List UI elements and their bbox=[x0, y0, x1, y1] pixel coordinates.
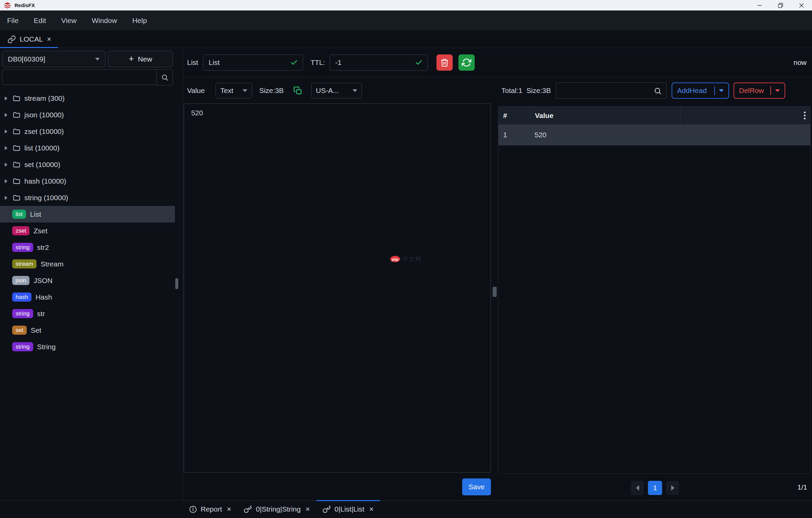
key-item-zset[interactable]: zset Zset bbox=[0, 222, 175, 239]
current-page-button[interactable]: 1 bbox=[648, 481, 662, 495]
column-header-index[interactable]: # bbox=[498, 107, 530, 124]
search-icon[interactable] bbox=[654, 87, 662, 97]
watermark: php 中文网 bbox=[390, 255, 422, 263]
column-header-value[interactable]: Value bbox=[530, 107, 680, 124]
caret-right-icon[interactable] bbox=[5, 146, 7, 150]
prev-page-button[interactable] bbox=[631, 481, 644, 495]
php-logo: php bbox=[390, 256, 400, 262]
key-name: Stream bbox=[41, 260, 64, 268]
minimize-button[interactable] bbox=[749, 0, 770, 10]
type-badge: json bbox=[12, 276, 29, 285]
tree-folder-string[interactable]: string (10000) bbox=[0, 189, 175, 206]
row-search-input[interactable] bbox=[556, 87, 666, 95]
key-item-hash[interactable]: hash Hash bbox=[0, 289, 175, 305]
info-icon bbox=[189, 505, 197, 513]
refresh-key-button[interactable] bbox=[458, 54, 475, 71]
key-name-input[interactable] bbox=[208, 58, 290, 67]
close-button[interactable] bbox=[791, 0, 812, 10]
format-select-value: Text bbox=[220, 87, 233, 95]
value-editor[interactable]: 520 bbox=[184, 103, 491, 473]
caret-right-icon[interactable] bbox=[5, 163, 7, 167]
key-item-stream[interactable]: stream Stream bbox=[0, 256, 175, 272]
key-name: str2 bbox=[37, 243, 49, 252]
app-title: RedisFX bbox=[15, 2, 35, 8]
tree-folder-zset[interactable]: zset (10000) bbox=[0, 123, 175, 140]
restore-button[interactable] bbox=[770, 0, 791, 10]
add-head-button[interactable]: AddHead bbox=[672, 83, 729, 99]
save-button-label: Save bbox=[469, 483, 485, 491]
menu-file[interactable]: File bbox=[7, 17, 19, 25]
tab-report[interactable]: Report ✕ bbox=[183, 500, 238, 518]
chevron-down-icon[interactable] bbox=[775, 89, 780, 92]
folder-icon bbox=[12, 161, 21, 169]
key-search-button[interactable] bbox=[156, 69, 173, 86]
chevron-right-icon bbox=[671, 485, 674, 491]
tree-folder-json[interactable]: json (10000) bbox=[0, 107, 175, 123]
caret-right-icon[interactable] bbox=[5, 96, 7, 100]
tree-folder-hash[interactable]: hash (10000) bbox=[0, 173, 175, 189]
key-item-json[interactable]: json JSON bbox=[0, 272, 175, 289]
sidebar-scrollbar[interactable] bbox=[175, 48, 179, 500]
column-options-icon[interactable] bbox=[804, 112, 806, 119]
menu-window[interactable]: Window bbox=[92, 17, 117, 25]
key-item-str2[interactable]: string str2 bbox=[0, 239, 175, 256]
chevron-down-icon bbox=[95, 58, 100, 61]
chevron-down-icon[interactable] bbox=[719, 89, 724, 92]
tree-folder-list[interactable]: list (10000) bbox=[0, 140, 175, 156]
next-page-button[interactable] bbox=[666, 481, 679, 495]
editor-scrollbar-thumb[interactable] bbox=[493, 287, 497, 297]
new-button-label: New bbox=[138, 55, 152, 63]
table-row[interactable]: 1 520 bbox=[498, 124, 810, 145]
link-icon bbox=[7, 35, 16, 44]
tab-list-label: 0|List|List bbox=[335, 505, 364, 513]
menu-view[interactable]: View bbox=[61, 17, 76, 25]
caret-right-icon[interactable] bbox=[5, 130, 7, 134]
new-connection-button[interactable]: + New bbox=[108, 51, 173, 67]
key-search-input[interactable] bbox=[2, 73, 162, 81]
type-badge: stream bbox=[12, 259, 37, 269]
ttl-input[interactable] bbox=[335, 58, 415, 67]
caret-right-icon[interactable] bbox=[5, 179, 7, 183]
chevron-down-icon bbox=[353, 89, 357, 92]
format-select[interactable]: Text bbox=[216, 83, 252, 98]
key-item-set[interactable]: set Set bbox=[0, 322, 175, 338]
type-badge: zset bbox=[12, 226, 29, 236]
tab-list-list[interactable]: 0|List|List ✕ bbox=[316, 500, 380, 518]
delete-key-button[interactable] bbox=[436, 54, 453, 71]
tab-local[interactable]: LOCAL ✕ bbox=[0, 30, 58, 48]
menu-edit[interactable]: Edit bbox=[34, 17, 46, 25]
copy-icon[interactable] bbox=[293, 86, 302, 95]
tab-string-string[interactable]: 0|String|String ✕ bbox=[238, 500, 316, 518]
chevron-left-icon bbox=[636, 485, 639, 491]
window-controls bbox=[749, 0, 812, 10]
folder-label: stream (300) bbox=[24, 94, 65, 102]
app-window: RedisFX File Edit View Window Help bbox=[0, 0, 812, 518]
value-size-label: Size:3B bbox=[259, 87, 284, 95]
key-icon bbox=[244, 505, 252, 514]
save-button[interactable]: Save bbox=[462, 478, 491, 495]
tab-local-label: LOCAL bbox=[20, 35, 43, 43]
tab-close-icon[interactable]: ✕ bbox=[227, 507, 231, 512]
key-name: Set bbox=[31, 326, 42, 334]
rows-table: # Value 1 520 bbox=[498, 106, 811, 474]
type-badge: hash bbox=[12, 292, 31, 302]
menu-help[interactable]: Help bbox=[132, 17, 147, 25]
tab-close-icon[interactable]: ✕ bbox=[306, 507, 310, 512]
tree-folder-set[interactable]: set (10000) bbox=[0, 156, 175, 173]
caret-right-icon[interactable] bbox=[5, 196, 7, 200]
tree-folder-stream[interactable]: stream (300) bbox=[0, 90, 175, 107]
trash-icon bbox=[440, 58, 449, 67]
db-selector[interactable]: DB0[60309] bbox=[2, 51, 106, 67]
encoding-select[interactable]: US-A... bbox=[311, 83, 362, 98]
key-item-list[interactable]: list List bbox=[0, 206, 175, 222]
folder-icon bbox=[12, 177, 21, 185]
key-item-str[interactable]: string str bbox=[0, 305, 175, 322]
folder-icon bbox=[12, 111, 21, 119]
sidebar-scrollbar-thumb[interactable] bbox=[175, 278, 178, 289]
caret-right-icon[interactable] bbox=[5, 113, 7, 117]
key-item-string[interactable]: string String bbox=[0, 338, 175, 355]
tab-close-icon[interactable]: ✕ bbox=[369, 507, 374, 512]
tab-local-close-icon[interactable]: ✕ bbox=[47, 37, 51, 42]
del-row-button[interactable]: DelRow bbox=[734, 83, 785, 99]
page-summary: 1/1 bbox=[797, 483, 807, 491]
